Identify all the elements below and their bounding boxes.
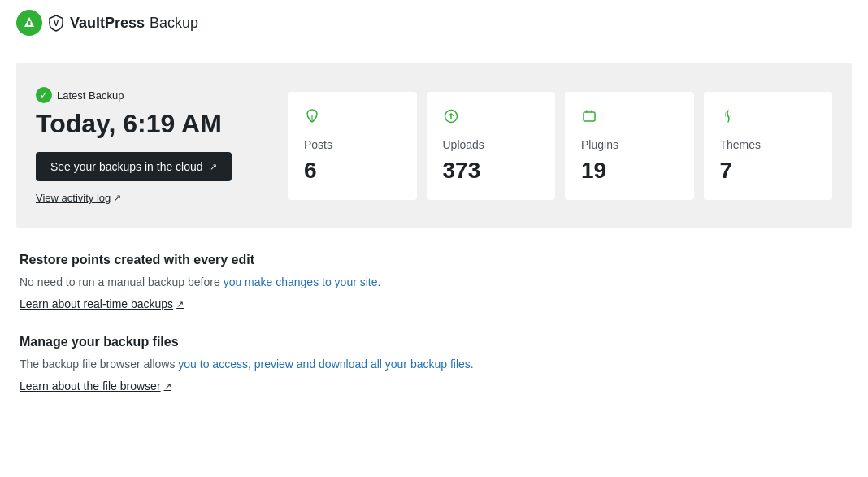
backup-panel: ✓ Latest Backup Today, 6:19 AM See your … [16,63,852,228]
latest-backup-label: ✓ Latest Backup [36,87,263,103]
restore-title: Restore points created with every edit [20,253,848,267]
backup-info: ✓ Latest Backup Today, 6:19 AM See your … [36,87,263,204]
external-link-icon: ↗ [210,162,217,172]
backup-time: Today, 6:19 AM [36,108,263,139]
check-icon: ✓ [36,87,52,103]
file-browser-external-icon: ↗ [164,381,171,392]
stat-card-uploads: Uploads 373 [427,92,556,200]
restore-desc-link[interactable]: you make changes to your site. [224,275,381,288]
realtime-backups-link-text: Learn about real-time backups [20,297,173,310]
themes-icon [720,108,817,128]
file-browser-link-text: Learn about the file browser [20,379,161,392]
manage-desc-link[interactable]: you to access, preview and download all … [178,358,473,371]
realtime-backups-link[interactable]: Learn about real-time backups ↗ [20,297,184,310]
uploads-label: Uploads [443,138,540,151]
plugins-label: Plugins [581,138,678,151]
svg-text:V: V [54,19,59,28]
manage-desc: The backup file browser allows you to ac… [20,356,848,373]
uploads-value: 373 [443,158,540,184]
realtime-external-icon: ↗ [176,299,184,310]
plugins-value: 19 [581,158,678,184]
posts-label: Posts [304,138,401,151]
activity-log-text: View activity log [36,192,111,204]
manage-section: Manage your backup files The backup file… [20,335,848,392]
posts-value: 6 [304,158,401,184]
vaultpress-shield-icon: V [47,14,65,32]
svg-rect-6 [584,112,595,121]
main-content: ✓ Latest Backup Today, 6:19 AM See your … [0,46,868,433]
restore-desc: No need to run a manual backup before yo… [20,274,848,291]
activity-external-icon: ↗ [114,193,121,203]
posts-leaf-icon [304,108,401,128]
themes-value: 7 [720,158,817,184]
info-sections: Restore points created with every edit N… [16,253,852,392]
latest-backup-text: Latest Backup [57,89,124,102]
logo-brand-text: VaultPress [70,15,145,32]
stat-card-posts: Posts 6 [288,92,417,200]
logo-icon [16,10,42,36]
cloud-button-label: See your backups in the cloud [50,160,203,173]
manage-title: Manage your backup files [20,335,848,349]
restore-section: Restore points created with every edit N… [20,253,848,310]
stat-card-themes: Themes 7 [704,92,833,200]
logo: V VaultPress Backup [16,10,198,36]
themes-label: Themes [720,138,817,151]
cloud-button[interactable]: See your backups in the cloud ↗ [36,152,232,181]
stats-grid: Posts 6 Uploads 373 [288,92,832,200]
activity-log-link[interactable]: View activity log ↗ [36,192,121,204]
header: V VaultPress Backup [0,0,868,46]
plugins-icon [581,108,678,128]
uploads-icon [443,108,540,128]
logo-sub-text: Backup [150,15,198,32]
stat-card-plugins: Plugins 19 [565,92,694,200]
file-browser-link[interactable]: Learn about the file browser ↗ [20,379,171,392]
svg-rect-1 [28,21,31,25]
